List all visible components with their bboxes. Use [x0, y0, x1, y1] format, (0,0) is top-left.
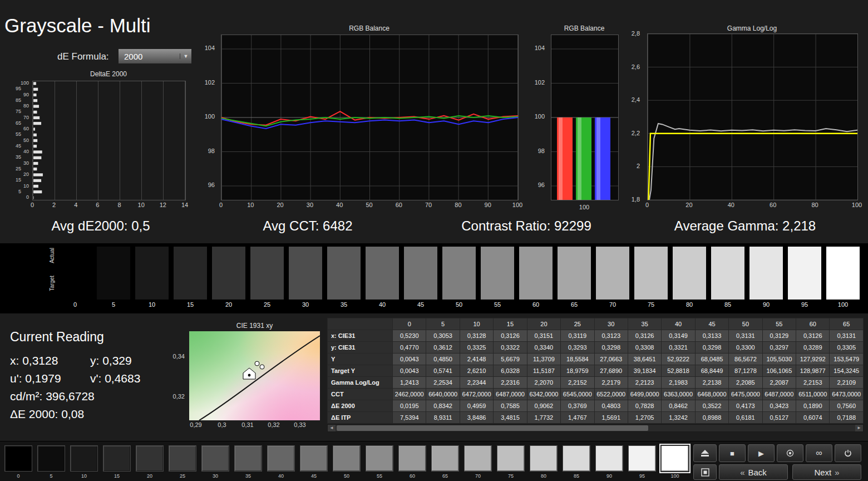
table-cell: 106,1065 — [762, 365, 796, 377]
gamma-y-tick: 2,2 — [632, 130, 640, 136]
pattern-patch-button-70[interactable] — [464, 445, 492, 472]
table-cell: 0,3322 — [494, 342, 527, 354]
swatch-target — [481, 273, 514, 300]
swatch-actual — [442, 247, 476, 273]
grayscale-swatch-0 — [58, 247, 92, 300]
pattern-patch-button-100[interactable] — [661, 445, 689, 472]
table-corner-cell — [328, 318, 393, 330]
pattern-window-button[interactable] — [693, 464, 717, 480]
pattern-patch-label: 10 — [70, 473, 98, 479]
rgb-bars-y-tick: 100 — [535, 113, 545, 120]
cie-y-tick: 0,32 — [173, 393, 185, 400]
table-cell: 0,5230 — [393, 330, 426, 342]
table-column-header: 60 — [796, 318, 830, 330]
pattern-patch-label: 15 — [103, 473, 131, 479]
grayscale-swatch-35 — [327, 247, 361, 300]
grayscale-swatch-100 — [826, 247, 860, 300]
power-button[interactable] — [835, 444, 861, 462]
pattern-patch-button-55[interactable] — [366, 445, 393, 472]
pattern-patch-button-30[interactable] — [201, 445, 229, 472]
eject-button[interactable] — [693, 444, 717, 462]
scroll-left-arrow[interactable]: ◄ — [328, 425, 336, 431]
deltae-x-tick: 4 — [66, 202, 85, 208]
next-button[interactable]: Next » — [792, 464, 861, 480]
swatch-level-label: 25 — [250, 301, 284, 308]
avg-cct-stat: Avg CCT: 6482 — [223, 218, 393, 234]
table-cell: 0,5741 — [426, 365, 460, 377]
swatch-target — [366, 273, 399, 300]
grayscale-swatch-15 — [174, 247, 207, 300]
pattern-patch-button-40[interactable] — [267, 445, 295, 472]
stop-button[interactable]: ■ — [719, 444, 746, 462]
loop-button[interactable]: ∞ — [806, 444, 832, 462]
pattern-patch-button-50[interactable] — [333, 445, 361, 472]
swatch-actual — [327, 247, 361, 273]
pattern-patch-button-65[interactable] — [431, 445, 459, 472]
table-cell: 0,4770 — [393, 342, 426, 354]
deltae-y-tick: 70 — [23, 115, 29, 120]
eject-icon — [701, 449, 709, 457]
pattern-patch-button-5[interactable] — [37, 445, 65, 472]
pattern-patch-button-60[interactable] — [398, 445, 426, 472]
swatch-target — [558, 273, 591, 300]
reading-v: v': 0,4683 — [90, 372, 140, 385]
table-cell: 0,3340 — [527, 342, 560, 354]
current-reading-title: Current Reading — [10, 330, 104, 345]
deltae-bar — [33, 116, 40, 120]
strip-actual-label: Actual — [49, 248, 55, 263]
deltae-x-tick: 0 — [23, 202, 42, 208]
table-cell: 0,7585 — [494, 400, 527, 412]
table-cell: 6342,0000 — [527, 389, 560, 400]
table-row-label: ΔE ITP — [328, 412, 393, 424]
table-cell: 0,3126 — [628, 330, 661, 342]
table-cell: 0,3128 — [460, 330, 493, 342]
pattern-patch-button-75[interactable] — [497, 445, 525, 472]
grayscale-swatch-80 — [673, 247, 706, 300]
scrollbar-thumb[interactable] — [337, 425, 648, 431]
pattern-patch-button-10[interactable] — [70, 445, 98, 472]
pattern-patch-button-35[interactable] — [234, 445, 262, 472]
pattern-patch-label: 95 — [628, 473, 656, 479]
deltae-x-tick: 8 — [110, 202, 129, 208]
scroll-right-arrow[interactable]: ► — [855, 425, 863, 431]
de-formula-select[interactable]: 2000 ▼ — [118, 48, 192, 64]
pattern-patch-button-90[interactable] — [595, 445, 623, 472]
pattern-patch-button-25[interactable] — [169, 445, 196, 472]
back-button-label: Back — [748, 468, 766, 477]
table-cell: 11,3709 — [527, 354, 560, 365]
table-cell: 8,9311 — [426, 412, 460, 424]
pattern-patch-button-80[interactable] — [530, 445, 558, 472]
gamma-measured-line — [649, 124, 857, 200]
table-scrollbar[interactable]: ◄ ► — [327, 424, 864, 432]
swatch-level-label: 70 — [596, 301, 629, 308]
table-cell: 0,3612 — [426, 342, 460, 354]
pattern-patch-button-95[interactable] — [628, 445, 656, 472]
avg-de2000-stat: Avg dE2000: 0,5 — [11, 218, 190, 234]
rgb-bars-chart-title: RGB Balance — [545, 24, 623, 32]
pattern-patch-button-20[interactable] — [136, 445, 164, 472]
table-cell: 2,6210 — [460, 365, 493, 377]
table-cell: 1,4767 — [561, 412, 594, 424]
table-cell: 128,9877 — [796, 365, 830, 377]
deltae-y-tick: 60 — [23, 126, 29, 131]
table-column-header: 65 — [830, 318, 864, 330]
deltae-bar — [33, 173, 43, 176]
pattern-patch-button-15[interactable] — [103, 445, 131, 472]
back-button[interactable]: « Back — [719, 464, 788, 480]
table-row-label: Gamma Log/Log — [328, 377, 393, 389]
swatch-actual — [711, 247, 744, 273]
pattern-patch-button-45[interactable] — [300, 445, 328, 472]
pattern-patch-button-85[interactable] — [563, 445, 590, 472]
deltae-y-tick: 10 — [23, 183, 29, 189]
strip-target-label: Target — [49, 276, 55, 291]
rgb-bars-x-axis: 100 — [551, 202, 618, 209]
pattern-toolbar: 0510152025303540455055606570758085909510… — [0, 441, 868, 481]
next-button-label: Next — [814, 468, 831, 477]
pattern-patch-button-0[interactable] — [4, 445, 32, 472]
rgb-line-x-axis: 0102030405060708090100 — [221, 202, 517, 209]
swatch-actual — [519, 247, 553, 273]
play-button[interactable]: ▶ — [748, 444, 775, 462]
record-button[interactable] — [777, 444, 803, 462]
table-cell: 2462,0000 — [393, 389, 426, 400]
deltae-bar — [33, 87, 38, 91]
